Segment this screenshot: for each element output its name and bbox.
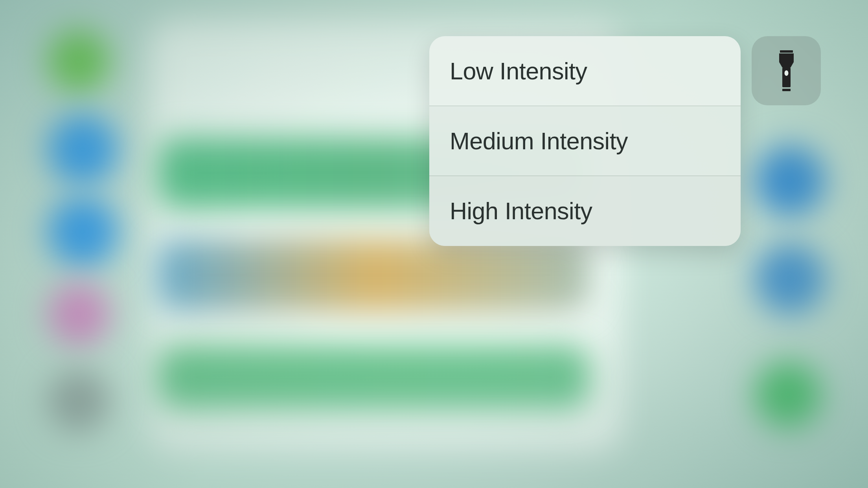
menu-item-label: Medium Intensity xyxy=(450,127,628,155)
flashlight-intensity-menu: Low Intensity Medium Intensity High Inte… xyxy=(429,36,741,246)
menu-item-high-intensity[interactable]: High Intensity xyxy=(429,176,741,246)
svg-point-3 xyxy=(784,70,788,76)
flashlight-button[interactable] xyxy=(752,36,821,105)
menu-item-medium-intensity[interactable]: Medium Intensity xyxy=(429,106,741,176)
menu-item-label: High Intensity xyxy=(450,197,592,225)
svg-rect-0 xyxy=(780,50,793,53)
svg-rect-2 xyxy=(782,89,791,91)
menu-item-label: Low Intensity xyxy=(450,57,587,85)
menu-item-low-intensity[interactable]: Low Intensity xyxy=(429,36,741,106)
flashlight-icon xyxy=(778,50,795,92)
